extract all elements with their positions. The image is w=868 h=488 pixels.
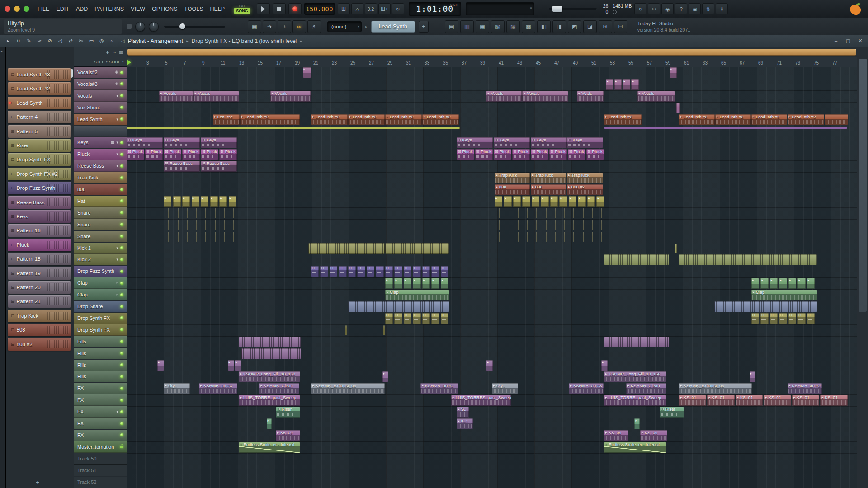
track-enable-led[interactable]	[120, 422, 123, 425]
picker-item-lead-synth[interactable]: ⊟Lead Synth	[8, 97, 71, 109]
clip-small[interactable]: ▸	[634, 418, 639, 429]
clip-tick[interactable]	[564, 208, 565, 218]
picker-item-pattern-20[interactable]: ⊟Pattern 20	[8, 281, 71, 294]
picker-item-lead-synth-3[interactable]: ⊟Lead Synth #3	[8, 68, 71, 81]
clip-pluck[interactable]: ⊟Pluck	[512, 149, 530, 160]
clip-tick[interactable]	[178, 208, 179, 218]
picker-collapse-strip[interactable]: ▸	[0, 47, 6, 488]
clip-stripes[interactable]	[385, 243, 450, 254]
track-enable-led[interactable]	[120, 375, 123, 378]
clip-tick[interactable]	[196, 208, 197, 218]
clip-keys[interactable]: ⊟Keys	[567, 137, 603, 148]
clip-small[interactable]: ▸	[541, 196, 548, 207]
clip-ks-09[interactable]: ▸KS..09	[604, 430, 628, 441]
clip-midisolo[interactable]: ⊟	[394, 313, 402, 324]
clip-tick[interactable]	[215, 232, 216, 242]
track-header-pluck[interactable]: Pluck▾	[74, 149, 127, 160]
clip-kshmr-an-2[interactable]: ▸KSHMR..an #2	[420, 383, 458, 394]
clip-midisolo[interactable]: ⊟	[788, 313, 796, 324]
clip-keys[interactable]: ⊟Keys	[201, 137, 237, 148]
move-icon[interactable]: ✚	[115, 70, 118, 75]
dropdown-icon[interactable]: ▾	[116, 117, 118, 122]
panel-10-icon[interactable]: ◪	[583, 20, 597, 33]
clip-small[interactable]: ▸	[229, 196, 236, 207]
clip-keys[interactable]: ⊟Keys	[127, 137, 163, 148]
clip-tick[interactable]	[215, 220, 216, 230]
clip-small[interactable]: ▸	[404, 278, 411, 289]
clip-stripes[interactable]	[308, 243, 385, 254]
track-header-track-51[interactable]: Track 51	[74, 465, 127, 476]
draw-icon[interactable]: ✎	[24, 37, 33, 45]
panel-8-icon[interactable]: ◨	[552, 20, 566, 33]
step-slide-controls[interactable]: STEP ▾ SLIDE ▾	[74, 57, 127, 67]
clip-tick[interactable]	[536, 220, 537, 230]
picker-item-reese-bass[interactable]: ⊟Reese Bass	[8, 196, 71, 209]
clip-tick[interactable]	[564, 232, 565, 242]
clip-small[interactable]: ▸	[578, 196, 585, 207]
clip-riser[interactable]: ⊟Riser	[660, 407, 684, 418]
maximize-icon[interactable]: ▢	[844, 38, 852, 44]
track-header-vocals-2[interactable]: Vocals#2✚	[74, 67, 127, 78]
clip-pluck[interactable]: ⊟Pluck	[475, 149, 493, 160]
clip-tick[interactable]	[196, 220, 197, 230]
marker-display[interactable]: ▾	[466, 2, 534, 15]
track-header-fills[interactable]: Fills	[74, 336, 127, 347]
clip-tick[interactable]	[536, 232, 537, 242]
clip-vo-ls[interactable]: ▸Vo..ls	[577, 91, 603, 102]
menu-icon[interactable]: ▸	[4, 37, 13, 45]
clip-keys[interactable]: ⊟Keys	[494, 137, 530, 148]
track-enable-led[interactable]	[120, 305, 123, 308]
clip-midisolo[interactable]: ⊟	[367, 266, 374, 277]
clip-ks-09[interactable]: ▸KS..09	[640, 430, 668, 441]
clip-midisolo[interactable]: ⊟	[320, 266, 328, 277]
clip-tick[interactable]	[527, 232, 528, 242]
track-header-row-5[interactable]	[74, 126, 127, 137]
track-header-vocals-3[interactable]: Vocals#3✚	[74, 79, 127, 90]
clip-small[interactable]: ▸	[441, 278, 448, 289]
clip-small[interactable]: ▸	[413, 278, 420, 289]
clip-sky[interactable]: ▸sky..	[492, 383, 518, 394]
clip-tick[interactable]	[187, 208, 188, 218]
clip-small[interactable]: ▸	[601, 360, 608, 371]
playback-icon[interactable]: ▹	[108, 37, 117, 45]
clip-midisolo[interactable]: ⊟	[413, 313, 420, 324]
clip-stripes[interactable]	[239, 337, 301, 347]
grid-icon[interactable]: ▦	[248, 20, 261, 33]
clip-tick[interactable]	[168, 232, 169, 242]
arrow-icon[interactable]: ➔	[263, 20, 276, 33]
main-volume-knob[interactable]	[149, 22, 159, 32]
picker-item-pattern-16[interactable]: ⊟Pattern 16	[8, 224, 71, 237]
picker-item-trap-kick[interactable]: ⊟Trap Kick	[8, 310, 71, 322]
clip-tick[interactable]	[592, 220, 593, 230]
track-enable-led[interactable]	[120, 316, 123, 319]
clip-small[interactable]: ▸	[173, 196, 181, 207]
clip-kshmr-an-2[interactable]: ▸KSHMR..an #2	[788, 383, 822, 394]
clip-pluck[interactable]: ⊟Pluck	[201, 149, 218, 160]
track-header-trap-kick[interactable]: Trap Kick	[74, 172, 127, 183]
picker-item-pattern-21[interactable]: ⊟Pattern 21	[8, 295, 71, 308]
track-header-fx[interactable]: FX	[74, 430, 127, 441]
clip-tick[interactable]	[527, 220, 528, 230]
clip-small[interactable]: ▸	[522, 196, 530, 207]
clip-pluck[interactable]: ⊟Pluck	[145, 149, 163, 160]
clip-small[interactable]: ▸	[532, 196, 539, 207]
track-enable-led[interactable]	[120, 352, 123, 355]
picker-item-pattern-4[interactable]: ⊟Pattern 4	[8, 111, 71, 123]
horizontal-scrollbar-thumb[interactable]	[127, 49, 856, 56]
track-enable-led[interactable]	[120, 153, 123, 156]
track-enable-led[interactable]	[120, 410, 123, 413]
clip-tick[interactable]	[546, 232, 547, 242]
clip-tick[interactable]	[233, 232, 234, 242]
clip-small[interactable]: ▸	[235, 360, 241, 371]
clip-kshmr-clean[interactable]: ▸KSHMR..Clean	[259, 383, 299, 394]
clip-pluck[interactable]: ⊟Pluck	[549, 149, 567, 160]
clip-vocals[interactable]: ▸Vocals	[159, 91, 193, 102]
metronome-icon[interactable]: △	[351, 3, 363, 14]
vertical-scrollbar[interactable]	[857, 47, 868, 488]
picker-item-pattern-18[interactable]: ⊟Pattern 18	[8, 253, 71, 265]
timeline-ruler[interactable]: 3579111315171921232527293133353739414345…	[127, 57, 857, 67]
track-header-fills[interactable]: Fills	[74, 348, 127, 359]
clip-kshmr-an-3[interactable]: ▸KSHMR..an #3	[569, 383, 604, 394]
clip-tick[interactable]	[564, 220, 565, 230]
clip-small[interactable]: ▸	[495, 196, 502, 207]
